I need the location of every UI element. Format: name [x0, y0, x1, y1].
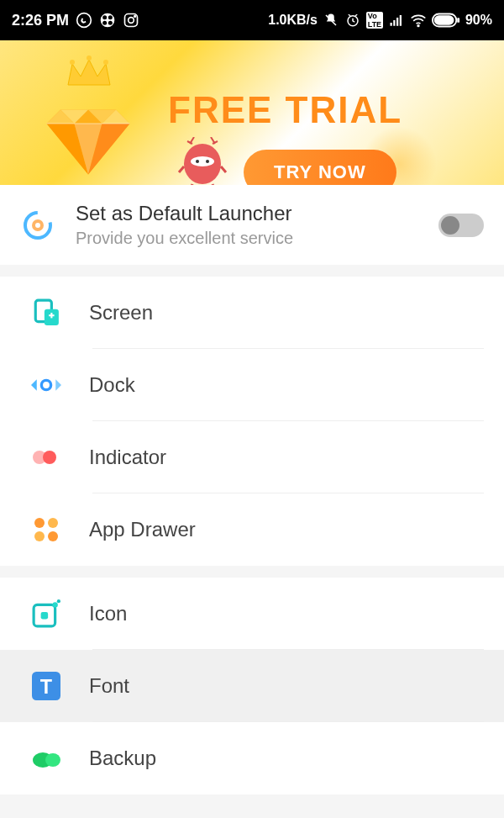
diamond-icon	[42, 87, 134, 179]
menu-item-font[interactable]: T Font	[0, 650, 504, 722]
svg-point-62	[45, 753, 60, 767]
network-speed: 1.0KB/s	[268, 13, 318, 28]
svg-point-18	[70, 60, 75, 65]
divider	[0, 265, 504, 277]
try-now-button[interactable]: TRY NOW	[244, 150, 396, 185]
svg-point-7	[129, 18, 134, 24]
default-launcher-row[interactable]: Set as Default Launcher Provide you exce…	[0, 185, 504, 265]
svg-point-51	[43, 451, 56, 464]
svg-point-42	[35, 223, 40, 228]
svg-marker-49	[55, 379, 61, 391]
menu-label: Screen	[89, 301, 153, 325]
svg-point-2	[102, 15, 107, 19]
menu-item-backup[interactable]: Backup	[0, 722, 504, 794]
svg-point-0	[77, 13, 92, 28]
svg-text:T: T	[40, 676, 53, 698]
svg-rect-13	[400, 15, 402, 26]
volte-icon: VoLTE	[366, 12, 383, 29]
app-icon	[99, 12, 116, 29]
menu-item-indicator[interactable]: Indicator	[0, 421, 504, 493]
svg-point-33	[206, 160, 209, 163]
svg-rect-54	[48, 531, 58, 541]
menu-label: Backup	[89, 747, 156, 770]
icon-icon	[30, 598, 62, 630]
indicator-icon	[30, 441, 62, 473]
menu-item-screen[interactable]: Screen	[0, 277, 504, 349]
gear-icon	[20, 208, 55, 243]
svg-point-1	[101, 13, 115, 28]
screen-icon	[30, 297, 62, 329]
svg-line-35	[213, 184, 216, 185]
crown-icon	[63, 55, 115, 89]
menu-label: App Drawer	[89, 518, 196, 541]
svg-marker-47	[31, 379, 37, 391]
mascot-icon	[176, 137, 228, 185]
svg-line-39	[221, 166, 226, 172]
signal-icon	[388, 12, 405, 29]
svg-rect-10	[390, 23, 391, 26]
svg-rect-17	[457, 18, 459, 23]
default-launcher-subtitle: Provide you excellent service	[76, 229, 418, 248]
svg-rect-46	[50, 313, 52, 318]
svg-point-14	[417, 25, 419, 27]
font-icon: T	[30, 670, 62, 702]
status-time: 2:26 PM	[12, 12, 69, 29]
instagram-icon	[123, 12, 139, 29]
svg-rect-53	[34, 531, 45, 541]
battery-percent: 90%	[465, 13, 492, 28]
divider	[0, 566, 504, 578]
svg-point-58	[57, 599, 60, 603]
dock-icon	[30, 369, 62, 401]
svg-line-34	[189, 184, 192, 185]
svg-rect-11	[393, 20, 395, 26]
default-launcher-toggle[interactable]	[438, 214, 484, 237]
svg-point-32	[196, 160, 199, 163]
menu-item-dock[interactable]: Dock	[0, 349, 504, 421]
menu-label: Dock	[89, 373, 135, 397]
svg-rect-12	[396, 18, 398, 26]
status-bar: 2:26 PM 1.0KB/s VoLTE 90%	[0, 0, 504, 40]
default-launcher-title: Set as Default Launcher	[76, 202, 418, 225]
app-drawer-icon	[30, 514, 62, 546]
svg-rect-56	[41, 612, 49, 620]
svg-point-3	[108, 15, 113, 19]
svg-rect-52	[48, 518, 58, 528]
svg-point-20	[103, 60, 108, 65]
menu-label: Indicator	[89, 446, 166, 469]
svg-point-57	[52, 602, 57, 607]
svg-point-8	[134, 16, 136, 18]
menu-label: Font	[89, 674, 129, 698]
menu-group-style: Icon T Font Backup	[0, 578, 504, 794]
backup-icon	[30, 742, 62, 774]
menu-group-layout: Screen Dock Indicator App Drawer	[0, 277, 504, 566]
banner-title: FREE TRIAL	[168, 89, 402, 131]
alarm-icon	[344, 12, 361, 29]
whatsapp-icon	[76, 12, 92, 29]
svg-point-5	[108, 21, 113, 25]
menu-label: Icon	[89, 602, 127, 625]
promo-banner[interactable]: FREE TRIAL TRY NOW	[0, 40, 504, 185]
menu-item-app-drawer[interactable]: App Drawer	[0, 493, 504, 566]
svg-point-31	[191, 156, 214, 166]
wifi-icon	[410, 12, 427, 29]
mute-icon	[323, 12, 339, 29]
svg-line-38	[179, 166, 184, 172]
menu-item-icon[interactable]: Icon	[0, 578, 504, 650]
battery-icon	[432, 12, 460, 29]
svg-point-4	[102, 21, 107, 25]
svg-point-48	[41, 380, 50, 389]
svg-point-19	[87, 55, 92, 61]
svg-rect-16	[434, 15, 454, 24]
